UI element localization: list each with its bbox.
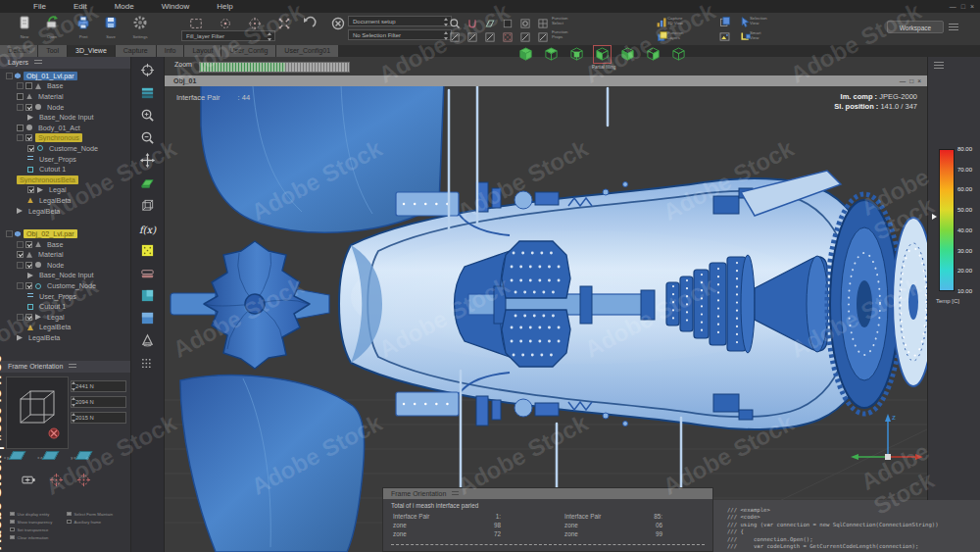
tree-item[interactable]: Custome_Node	[0, 280, 130, 291]
checkbox[interactable]	[10, 512, 15, 517]
tree-checkbox[interactable]	[27, 145, 34, 152]
expander-icon[interactable]	[17, 134, 24, 141]
sidebar-menu-icon[interactable]	[934, 62, 944, 69]
tool-vt-move[interactable]	[131, 151, 164, 174]
orientation-cube-preview[interactable]	[6, 376, 69, 449]
save-icon[interactable]	[103, 17, 119, 33]
diag-square-icon[interactable]	[537, 29, 549, 46]
tree-item[interactable]: Material	[0, 91, 130, 102]
tab-info[interactable]: Info	[157, 45, 185, 57]
tab-3d_viewe[interactable]: 3D_Viewe	[68, 45, 116, 57]
option-checkbox-row[interactable]: Show transparency	[10, 518, 52, 526]
orientation-field[interactable]: 2441 N	[71, 380, 126, 392]
doc-new-icon[interactable]	[17, 17, 32, 33]
tree-checkbox[interactable]	[25, 134, 32, 141]
photo-blue-icon[interactable]	[718, 29, 731, 46]
tree-checkbox[interactable]	[27, 186, 34, 193]
viewport-3d[interactable]: z Interface Pair: 44 Im. comp : JPEG-200…	[165, 86, 927, 552]
scale-pointer[interactable]	[932, 214, 937, 220]
menu-mode[interactable]: Mode	[115, 2, 134, 11]
fill-mode-cube-small[interactable]	[568, 46, 585, 63]
tool-save[interactable]: Save	[99, 15, 122, 39]
diag-square-red-icon[interactable]	[502, 29, 514, 46]
axis-view-button[interactable]: y z	[71, 451, 90, 460]
panel-menu-icon[interactable]	[452, 491, 459, 496]
viewport-titlebar[interactable]: Obj_01 —□×	[165, 75, 927, 86]
tree-item[interactable]: User_Props	[0, 154, 130, 165]
panel-menu-icon[interactable]	[69, 364, 76, 370]
target-icon[interactable]	[76, 473, 91, 491]
tool-vt-boxwire[interactable]	[131, 196, 164, 219]
tree-checkbox[interactable]	[17, 125, 24, 131]
option-checkbox-row[interactable]: Use display entity	[10, 510, 52, 518]
tab-user_config[interactable]: User_Config	[221, 45, 276, 57]
tool-vt-sq-teal[interactable]	[131, 286, 164, 309]
expander-icon[interactable]	[6, 230, 13, 237]
menu-edit[interactable]: Edit	[74, 2, 87, 11]
tree-item[interactable]: Material	[0, 250, 130, 261]
tree-item[interactable]: Cutout 1	[0, 301, 130, 312]
crosshair-dots-icon[interactable]	[248, 17, 262, 33]
tool-open[interactable]: Open	[40, 15, 64, 39]
tree-checkbox[interactable]	[25, 241, 32, 248]
expand-x-icon[interactable]	[277, 17, 291, 33]
menu-window[interactable]: Window	[162, 2, 189, 11]
tool-vt-sq-blue[interactable]	[131, 309, 164, 331]
option-checkbox-row[interactable]: Clear information	[10, 533, 52, 541]
layers-blue-icon[interactable]	[656, 29, 668, 46]
expander-icon[interactable]	[6, 73, 13, 79]
maximize-icon[interactable]: □	[961, 1, 965, 12]
tree-item[interactable]: LegalBeta	[0, 323, 130, 333]
panel-menu-icon[interactable]	[34, 60, 42, 66]
tree-item[interactable]: User_Props	[0, 291, 130, 302]
target-icon[interactable]	[49, 473, 64, 491]
tab-default[interactable]: Default	[0, 45, 38, 57]
tab-tool[interactable]: Tool	[38, 45, 68, 57]
tool-expand-x[interactable]	[272, 17, 296, 34]
tree-item[interactable]: LegalBeta	[0, 195, 130, 206]
vt-layers-icon[interactable]	[140, 85, 155, 104]
tree-checkbox[interactable]	[17, 251, 24, 258]
frame-panel-header[interactable]: Frame Orientation	[383, 488, 712, 499]
checkbox[interactable]	[10, 527, 15, 532]
zoom-slider[interactable]	[199, 62, 350, 73]
expander-icon[interactable]	[17, 282, 24, 289]
workspace-menu-icon[interactable]	[949, 24, 958, 30]
close-icon[interactable]: ×	[917, 75, 921, 86]
printer-icon[interactable]	[75, 17, 91, 33]
selection-filter-dropdown[interactable]: No Selection Filter	[348, 29, 452, 40]
fill-mode-cube-outline[interactable]	[670, 46, 687, 63]
tree-checkbox[interactable]	[25, 82, 32, 89]
tool-settings[interactable]: Settings	[128, 15, 152, 39]
checkbox[interactable]	[10, 535, 15, 540]
fill-mode-cube-side[interactable]	[645, 46, 662, 63]
tree-item[interactable]: Node	[0, 102, 130, 113]
tree-checkbox[interactable]	[25, 262, 32, 269]
tree-item[interactable]: Base_Node Input	[0, 112, 130, 123]
diag-square-icon[interactable]	[519, 29, 531, 46]
vt-cone-icon[interactable]	[140, 333, 155, 352]
tool-vt-crosshair[interactable]	[131, 61, 164, 83]
vt-boxwire-icon[interactable]	[140, 198, 155, 217]
gear-icon[interactable]	[132, 17, 148, 33]
tree-item[interactable]: Base	[0, 239, 130, 250]
tool-vt-zoom-out[interactable]	[131, 128, 164, 151]
axis-view-button[interactable]: x y	[4, 451, 24, 460]
tree-item[interactable]: Base	[0, 81, 130, 92]
minimize-icon[interactable]: —	[900, 75, 906, 86]
vt-sq-blue-icon[interactable]	[140, 311, 155, 329]
tree-item[interactable]: SynchronousBeta	[0, 175, 130, 185]
tree-item[interactable]: Base_Node Input	[0, 271, 130, 281]
tool-redo-x[interactable]	[326, 16, 350, 35]
tree-item[interactable]: LegalBeta	[0, 206, 130, 217]
fill-mode-cube-solid[interactable]	[517, 46, 534, 63]
tree-item[interactable]: Cutout 1	[0, 164, 130, 175]
option-checkbox-row[interactable]: Auxiliary frame	[67, 518, 113, 526]
diag-square-icon[interactable]	[449, 29, 461, 46]
diag-square-icon[interactable]	[484, 29, 496, 46]
battery-icon[interactable]	[22, 473, 36, 491]
option-checkbox-row[interactable]: Select Form Maintain	[67, 510, 113, 518]
workspace-button[interactable]: Workspace	[887, 21, 944, 33]
orientation-field[interactable]: 2094 N	[71, 396, 126, 408]
tool-new[interactable]: New	[13, 15, 36, 39]
